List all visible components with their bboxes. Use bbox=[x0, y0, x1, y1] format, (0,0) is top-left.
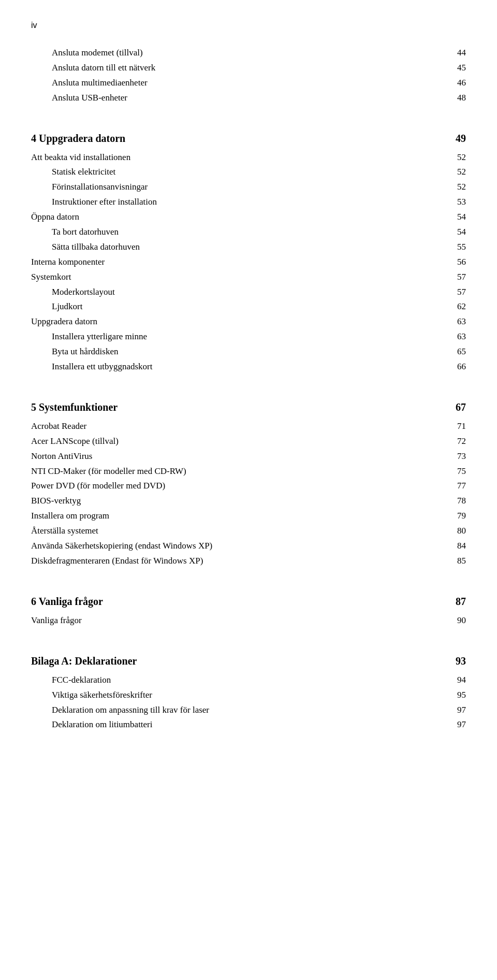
section-spacer bbox=[31, 374, 466, 383]
toc-label: Sätta tillbaka datorhuven bbox=[31, 240, 435, 255]
toc-entry: Vanliga frågor90 bbox=[31, 613, 466, 628]
toc-label: Ta bort datorhuven bbox=[31, 225, 435, 240]
toc-page-number: 57 bbox=[435, 285, 466, 300]
toc-entry: Förinstallationsanvisningar52 bbox=[31, 180, 466, 195]
toc-entry: Power DVD (för modeller med DVD)77 bbox=[31, 479, 466, 494]
toc-page-number: 54 bbox=[435, 210, 466, 225]
toc-entry: Använda Säkerhetskopiering (endast Windo… bbox=[31, 539, 466, 554]
toc-label: Vanliga frågor bbox=[31, 613, 435, 628]
section-spacer bbox=[31, 628, 466, 637]
toc-entry: Interna komponenter56 bbox=[31, 255, 466, 270]
toc-label: Återställa systemet bbox=[31, 524, 435, 539]
toc-page-number: 93 bbox=[435, 652, 466, 670]
toc-label: Acer LANScope (tillval) bbox=[31, 434, 435, 449]
toc-label: 4 Uppgradera datorn bbox=[31, 129, 435, 147]
toc-page-number: 78 bbox=[435, 494, 466, 509]
toc-page-number: 45 bbox=[435, 61, 466, 76]
toc-entry: Diskdefragmenteraren (Endast för Windows… bbox=[31, 554, 466, 569]
toc-label: Installera om program bbox=[31, 509, 435, 524]
toc-entry: 6 Vanliga frågor87 bbox=[31, 593, 466, 610]
toc-entry: 5 Systemfunktioner67 bbox=[31, 398, 466, 416]
toc-page-number: 71 bbox=[435, 419, 466, 434]
toc-entry: Ljudkort62 bbox=[31, 299, 466, 314]
toc-entry: Acer LANScope (tillval)72 bbox=[31, 434, 466, 449]
toc-label: Uppgradera datorn bbox=[31, 314, 435, 329]
toc-label: 5 Systemfunktioner bbox=[31, 398, 435, 416]
toc-label: Statisk elektricitet bbox=[31, 165, 435, 180]
toc-page-number: 97 bbox=[435, 717, 466, 732]
toc-entry: Deklaration om litiumbatteri97 bbox=[31, 717, 466, 732]
toc-page-number: 67 bbox=[435, 398, 466, 416]
toc-page-number: 79 bbox=[435, 509, 466, 524]
toc-entry: Statisk elektricitet52 bbox=[31, 165, 466, 180]
page-marker: iv bbox=[31, 21, 466, 30]
toc-label: Installera ett utbyggnadskort bbox=[31, 359, 435, 374]
toc-label: Deklaration om litiumbatteri bbox=[31, 717, 435, 732]
toc-page-number: 97 bbox=[435, 703, 466, 718]
toc-entry: FCC-deklaration94 bbox=[31, 673, 466, 688]
toc-label: Deklaration om anpassning till krav för … bbox=[31, 703, 435, 718]
toc-page-number: 56 bbox=[435, 255, 466, 270]
toc-page-number: 55 bbox=[435, 240, 466, 255]
toc-entry: Ansluta datorn till ett nätverk45 bbox=[31, 61, 466, 76]
toc-label: Norton AntiVirus bbox=[31, 449, 435, 464]
toc-entry: Ansluta multimediaenheter46 bbox=[31, 76, 466, 91]
toc-entry: Installera ytterligare minne63 bbox=[31, 329, 466, 344]
toc-page-number: 73 bbox=[435, 449, 466, 464]
toc-page-number: 90 bbox=[435, 613, 466, 628]
toc-page-number: 63 bbox=[435, 329, 466, 344]
toc-label: Acrobat Reader bbox=[31, 419, 435, 434]
toc-page-number: 87 bbox=[435, 593, 466, 610]
toc-label: Diskdefragmenteraren (Endast för Windows… bbox=[31, 554, 435, 569]
toc-page-number: 80 bbox=[435, 524, 466, 539]
toc-page-number: 77 bbox=[435, 479, 466, 494]
toc-entry: Byta ut hårddisken65 bbox=[31, 344, 466, 359]
toc-label: Interna komponenter bbox=[31, 255, 435, 270]
toc-label: Att beakta vid installationen bbox=[31, 150, 435, 165]
toc-label: 6 Vanliga frågor bbox=[31, 593, 435, 610]
toc-page-number: 54 bbox=[435, 225, 466, 240]
toc-label: FCC-deklaration bbox=[31, 673, 435, 688]
toc-label: Viktiga säkerhetsföreskrifter bbox=[31, 688, 435, 703]
toc-page-number: 63 bbox=[435, 314, 466, 329]
toc-label: Installera ytterligare minne bbox=[31, 329, 435, 344]
toc-label: Byta ut hårddisken bbox=[31, 344, 435, 359]
toc-label: Använda Säkerhetskopiering (endast Windo… bbox=[31, 539, 435, 554]
toc-page-number: 75 bbox=[435, 464, 466, 479]
toc-page-number: 85 bbox=[435, 554, 466, 569]
toc-entry: Acrobat Reader71 bbox=[31, 419, 466, 434]
toc-page-number: 52 bbox=[435, 165, 466, 180]
toc-label: Bilaga A: Deklarationer bbox=[31, 652, 435, 670]
toc-label: Öppna datorn bbox=[31, 210, 435, 225]
toc-entry: Systemkort57 bbox=[31, 270, 466, 285]
toc-entry: Moderkortslayout57 bbox=[31, 285, 466, 300]
toc-entry: Deklaration om anpassning till krav för … bbox=[31, 703, 466, 718]
toc-label: Ljudkort bbox=[31, 299, 435, 314]
toc-page-number: 52 bbox=[435, 180, 466, 195]
toc-entry: Uppgradera datorn63 bbox=[31, 314, 466, 329]
toc-page-number: 95 bbox=[435, 688, 466, 703]
toc-label: Förinstallationsanvisningar bbox=[31, 180, 435, 195]
toc-entry: Ansluta modemet (tillval)44 bbox=[31, 46, 466, 61]
toc-label: Systemkort bbox=[31, 270, 435, 285]
toc-label: Ansluta multimediaenheter bbox=[31, 76, 435, 91]
toc-entry: Bilaga A: Deklarationer93 bbox=[31, 652, 466, 670]
toc-entry: Sätta tillbaka datorhuven55 bbox=[31, 240, 466, 255]
section-spacer bbox=[31, 106, 466, 114]
toc-entry: Öppna datorn54 bbox=[31, 210, 466, 225]
toc-entry: Norton AntiVirus73 bbox=[31, 449, 466, 464]
toc-page-number: 48 bbox=[435, 91, 466, 106]
toc-page-number: 46 bbox=[435, 76, 466, 91]
toc-label: Ansluta USB-enheter bbox=[31, 91, 435, 106]
toc-entry: Att beakta vid installationen52 bbox=[31, 150, 466, 165]
toc-entry: Installera om program79 bbox=[31, 509, 466, 524]
toc-label: NTI CD-Maker (för modeller med CD-RW) bbox=[31, 464, 435, 479]
toc-page-number: 62 bbox=[435, 299, 466, 314]
toc-entry: Installera ett utbyggnadskort66 bbox=[31, 359, 466, 374]
toc-page-number: 52 bbox=[435, 150, 466, 165]
toc-label: Ansluta modemet (tillval) bbox=[31, 46, 435, 61]
toc-entry: Återställa systemet80 bbox=[31, 524, 466, 539]
toc-page-number: 49 bbox=[435, 129, 466, 147]
toc-label: Power DVD (för modeller med DVD) bbox=[31, 479, 435, 494]
toc-entry: BIOS-verktyg78 bbox=[31, 494, 466, 509]
